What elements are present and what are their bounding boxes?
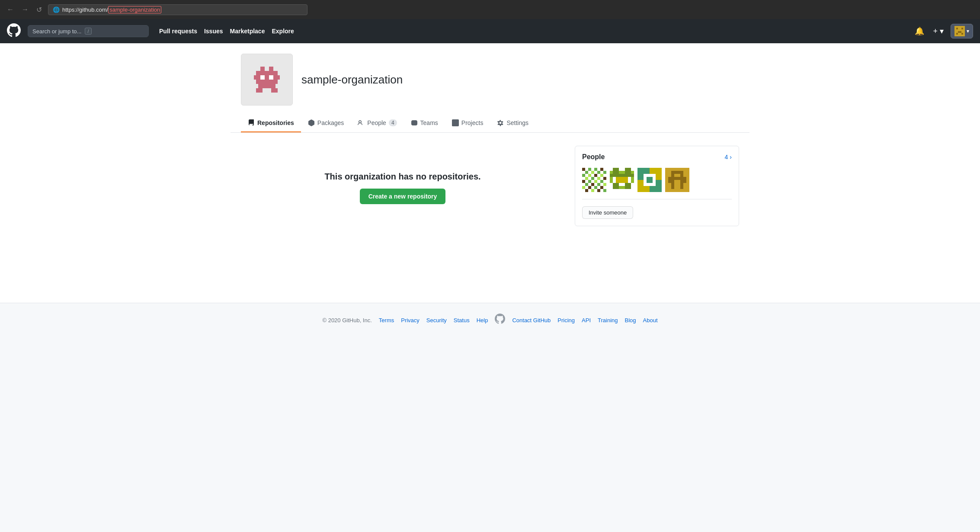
people-count-link[interactable]: 4 › [725, 154, 732, 160]
url-bar[interactable]: 🌐 https://github.com/sample-organization [48, 4, 307, 15]
svg-rect-24 [597, 171, 600, 174]
search-placeholder: Search or jump to... [32, 28, 81, 35]
footer-contact-link[interactable]: Contact GitHub [512, 317, 551, 324]
svg-rect-31 [591, 177, 594, 180]
svg-rect-46 [585, 189, 588, 192]
user-menu-button[interactable]: ▾ [951, 24, 973, 38]
svg-rect-75 [674, 174, 680, 177]
svg-rect-22 [585, 171, 588, 174]
content-area: This organization has no repositories. C… [231, 133, 749, 243]
svg-rect-15 [260, 75, 265, 80]
people-card: People 4 › [575, 146, 739, 226]
github-navbar: Search or jump to... / Pull requests Iss… [0, 19, 980, 43]
user-avatar [954, 26, 965, 36]
new-item-button[interactable]: + ▾ [931, 25, 945, 38]
projects-icon [452, 119, 459, 126]
footer-about-link[interactable]: About [643, 317, 658, 324]
member-avatar-3[interactable] [637, 168, 662, 192]
tab-packages[interactable]: Packages [301, 114, 351, 132]
svg-rect-44 [594, 186, 597, 189]
svg-rect-57 [610, 177, 613, 183]
svg-rect-48 [597, 189, 600, 192]
member-avatar-2[interactable] [610, 168, 634, 192]
org-avatar [241, 54, 293, 106]
refresh-button[interactable]: ↺ [35, 4, 44, 16]
org-tabs: Repositories Packages People 4 Teams P [231, 114, 749, 133]
create-repository-button[interactable]: Create a new repository [360, 189, 446, 204]
footer-status-link[interactable]: Status [454, 317, 470, 324]
svg-rect-53 [610, 171, 613, 174]
footer-privacy-link[interactable]: Privacy [401, 317, 420, 324]
svg-rect-19 [588, 168, 591, 171]
svg-rect-7 [260, 67, 265, 71]
svg-rect-18 [582, 168, 585, 171]
pull-requests-link[interactable]: Pull requests [159, 25, 197, 37]
svg-rect-8 [269, 67, 273, 71]
forward-button[interactable]: → [20, 4, 30, 15]
member-avatar-1[interactable] [582, 168, 606, 192]
tab-repositories[interactable]: Repositories [241, 114, 301, 132]
explore-link[interactable]: Explore [272, 25, 294, 37]
svg-rect-5 [961, 33, 963, 35]
svg-rect-39 [591, 183, 594, 186]
footer-pricing-link[interactable]: Pricing [557, 317, 575, 324]
svg-rect-3 [958, 31, 961, 33]
tab-people[interactable]: People 4 [351, 114, 404, 132]
svg-rect-20 [594, 168, 597, 171]
svg-rect-2 [961, 28, 963, 29]
footer-blog-link[interactable]: Blog [625, 317, 636, 324]
chevron-right-icon: › [730, 154, 732, 160]
footer-links-right: Contact GitHub Pricing API Training Blog… [512, 317, 657, 324]
repo-icon [248, 119, 255, 126]
issues-link[interactable]: Issues [204, 25, 223, 37]
svg-rect-36 [594, 180, 597, 183]
svg-rect-52 [625, 168, 631, 174]
url-text: https://github.com/sample-organization [62, 6, 161, 13]
invite-someone-button[interactable]: Invite someone [582, 206, 633, 219]
svg-rect-33 [603, 177, 606, 180]
svg-rect-42 [582, 186, 585, 189]
footer-api-link[interactable]: API [582, 317, 591, 324]
chevron-down-icon: ▾ [967, 28, 969, 34]
org-header: sample-organization [231, 43, 749, 106]
footer-training-link[interactable]: Training [598, 317, 618, 324]
people-count: 4 [389, 119, 397, 126]
search-bar[interactable]: Search or jump to... / [28, 25, 149, 37]
svg-rect-58 [616, 177, 628, 183]
svg-rect-37 [600, 180, 603, 183]
copyright: © 2020 GitHub, Inc. [322, 317, 372, 324]
footer-inner: © 2020 GitHub, Inc. Terms Privacy Securi… [231, 314, 749, 327]
footer-help-link[interactable]: Help [477, 317, 488, 324]
tab-settings[interactable]: Settings [490, 114, 535, 132]
svg-rect-29 [600, 174, 603, 177]
tab-teams[interactable]: Teams [404, 114, 445, 132]
nav-links: Pull requests Issues Marketplace Explore [159, 25, 294, 37]
svg-rect-60 [613, 183, 619, 189]
svg-rect-1 [956, 28, 958, 29]
main-panel: This organization has no repositories. C… [241, 146, 564, 230]
svg-rect-35 [588, 180, 591, 183]
sidebar: People 4 › [575, 146, 739, 230]
svg-rect-26 [582, 174, 585, 177]
card-separator [582, 199, 732, 199]
member-avatar-4[interactable] [665, 168, 689, 192]
svg-rect-49 [603, 189, 606, 192]
svg-rect-69 [647, 177, 653, 183]
tab-projects[interactable]: Projects [445, 114, 490, 132]
team-icon [411, 119, 418, 126]
people-icon [358, 119, 365, 126]
package-icon [308, 119, 315, 126]
svg-rect-32 [597, 177, 600, 180]
search-slash: / [85, 28, 91, 35]
svg-rect-9 [256, 71, 278, 75]
footer-terms-link[interactable]: Terms [379, 317, 394, 324]
svg-rect-23 [591, 171, 594, 174]
svg-rect-16 [269, 75, 273, 80]
back-button[interactable]: ← [5, 4, 16, 15]
github-logo[interactable] [7, 23, 21, 39]
svg-rect-13 [256, 88, 263, 93]
footer-security-link[interactable]: Security [426, 317, 447, 324]
marketplace-link[interactable]: Marketplace [230, 25, 265, 37]
notifications-button[interactable]: 🔔 [913, 25, 926, 38]
navbar-right: 🔔 + ▾ ▾ [913, 24, 973, 38]
